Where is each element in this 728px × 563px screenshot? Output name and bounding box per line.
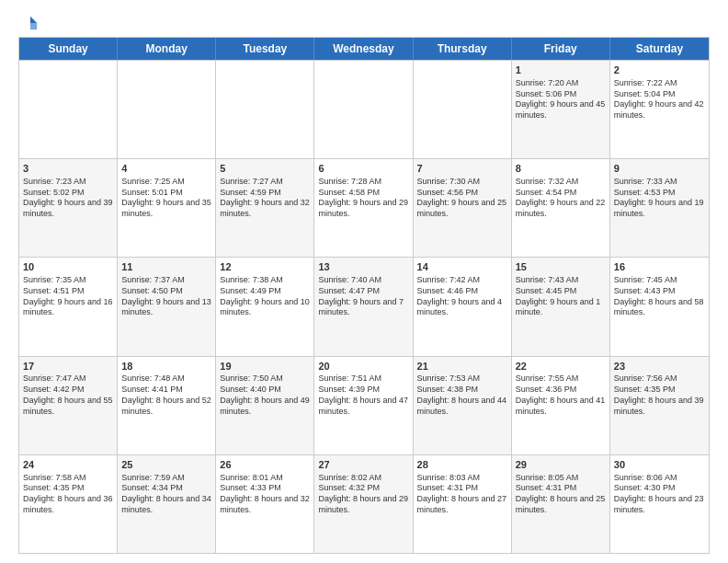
calendar-row: 24Sunrise: 7:58 AM Sunset: 4:35 PM Dayli…: [19, 454, 709, 553]
calendar-header-cell: Saturday: [610, 38, 709, 60]
cell-info: Sunrise: 7:30 AM Sunset: 4:56 PM Dayligh…: [417, 177, 507, 220]
day-number: 18: [121, 360, 211, 373]
calendar-cell: 3Sunrise: 7:23 AM Sunset: 5:02 PM Daylig…: [19, 159, 118, 257]
day-number: 26: [220, 458, 310, 472]
svg-marker-0: [30, 17, 37, 23]
page: SundayMondayTuesdayWednesdayThursdayFrid…: [0, 0, 728, 563]
calendar-cell: 16Sunrise: 7:45 AM Sunset: 4:43 PM Dayli…: [610, 258, 709, 355]
day-number: 11: [121, 260, 211, 274]
calendar-cell: 14Sunrise: 7:42 AM Sunset: 4:46 PM Dayli…: [414, 258, 512, 355]
calendar-cell: 13Sunrise: 7:40 AM Sunset: 4:47 PM Dayli…: [314, 258, 413, 355]
calendar-cell: 8Sunrise: 7:32 AM Sunset: 4:54 PM Daylig…: [512, 159, 610, 257]
calendar-cell: 23Sunrise: 7:56 AM Sunset: 4:35 PM Dayli…: [610, 357, 709, 454]
day-number: 6: [318, 162, 408, 176]
calendar-cell: 2Sunrise: 7:22 AM Sunset: 5:04 PM Daylig…: [610, 61, 709, 158]
calendar-cell: 11Sunrise: 7:37 AM Sunset: 4:50 PM Dayli…: [118, 258, 216, 355]
calendar-cell: 10Sunrise: 7:35 AM Sunset: 4:51 PM Dayli…: [19, 258, 118, 355]
cell-info: Sunrise: 7:59 AM Sunset: 4:34 PM Dayligh…: [121, 473, 211, 516]
day-number: 16: [614, 260, 705, 274]
cell-info: Sunrise: 7:51 AM Sunset: 4:39 PM Dayligh…: [318, 373, 408, 417]
calendar-cell: 15Sunrise: 7:43 AM Sunset: 4:45 PM Dayli…: [512, 258, 610, 355]
day-number: 17: [23, 360, 113, 373]
calendar-cell: 6Sunrise: 7:28 AM Sunset: 4:58 PM Daylig…: [314, 159, 413, 257]
cell-info: Sunrise: 7:25 AM Sunset: 5:01 PM Dayligh…: [121, 177, 211, 220]
calendar-body: 1Sunrise: 7:20 AM Sunset: 5:06 PM Daylig…: [19, 60, 709, 553]
day-number: 25: [121, 458, 211, 472]
cell-info: Sunrise: 7:53 AM Sunset: 4:38 PM Dayligh…: [417, 373, 507, 417]
day-number: 29: [516, 458, 606, 472]
cell-info: Sunrise: 7:55 AM Sunset: 4:36 PM Dayligh…: [516, 373, 606, 417]
calendar: SundayMondayTuesdayWednesdayThursdayFrid…: [18, 37, 710, 554]
calendar-cell: 25Sunrise: 7:59 AM Sunset: 4:34 PM Dayli…: [118, 455, 216, 553]
cell-info: Sunrise: 7:23 AM Sunset: 5:02 PM Dayligh…: [23, 177, 113, 220]
day-number: 21: [417, 360, 507, 373]
calendar-cell: 12Sunrise: 7:38 AM Sunset: 4:49 PM Dayli…: [216, 258, 314, 355]
calendar-header-cell: Thursday: [414, 38, 512, 60]
day-number: 30: [614, 458, 705, 472]
cell-info: Sunrise: 7:37 AM Sunset: 4:50 PM Dayligh…: [121, 275, 211, 318]
day-number: 5: [220, 162, 310, 176]
calendar-cell: 4Sunrise: 7:25 AM Sunset: 5:01 PM Daylig…: [118, 159, 216, 257]
cell-info: Sunrise: 7:38 AM Sunset: 4:49 PM Dayligh…: [220, 275, 310, 318]
calendar-cell: 18Sunrise: 7:48 AM Sunset: 4:41 PM Dayli…: [118, 357, 216, 454]
calendar-cell: 9Sunrise: 7:33 AM Sunset: 4:53 PM Daylig…: [610, 159, 709, 257]
day-number: 4: [121, 162, 211, 176]
calendar-cell: 24Sunrise: 7:58 AM Sunset: 4:35 PM Dayli…: [19, 455, 118, 553]
calendar-header: SundayMondayTuesdayWednesdayThursdayFrid…: [19, 38, 709, 60]
cell-info: Sunrise: 7:58 AM Sunset: 4:35 PM Dayligh…: [23, 473, 113, 516]
cell-info: Sunrise: 7:56 AM Sunset: 4:35 PM Dayligh…: [614, 373, 705, 417]
day-number: 2: [614, 63, 705, 77]
day-number: 10: [23, 260, 113, 274]
day-number: 7: [417, 162, 507, 176]
day-number: 15: [516, 260, 606, 274]
cell-info: Sunrise: 7:27 AM Sunset: 4:59 PM Dayligh…: [220, 177, 310, 220]
day-number: 28: [417, 458, 507, 472]
calendar-header-cell: Monday: [118, 38, 216, 60]
header: [18, 15, 710, 28]
day-number: 13: [318, 260, 408, 274]
calendar-cell: 28Sunrise: 8:03 AM Sunset: 4:31 PM Dayli…: [414, 455, 512, 553]
cell-info: Sunrise: 7:40 AM Sunset: 4:47 PM Dayligh…: [318, 275, 408, 318]
cell-info: Sunrise: 7:20 AM Sunset: 5:06 PM Dayligh…: [516, 78, 606, 121]
calendar-header-cell: Sunday: [19, 38, 118, 60]
cell-info: Sunrise: 7:28 AM Sunset: 4:58 PM Dayligh…: [318, 177, 408, 220]
day-number: 9: [614, 162, 705, 176]
cell-info: Sunrise: 7:33 AM Sunset: 4:53 PM Dayligh…: [614, 177, 705, 220]
day-number: 12: [220, 260, 310, 274]
calendar-header-cell: Friday: [512, 38, 610, 60]
day-number: 20: [318, 360, 408, 373]
day-number: 14: [417, 260, 507, 274]
cell-info: Sunrise: 7:48 AM Sunset: 4:41 PM Dayligh…: [121, 373, 211, 417]
cell-info: Sunrise: 7:47 AM Sunset: 4:42 PM Dayligh…: [23, 373, 113, 417]
calendar-cell: [19, 61, 118, 158]
day-number: 3: [23, 162, 113, 176]
svg-marker-1: [30, 23, 37, 29]
calendar-cell: 19Sunrise: 7:50 AM Sunset: 4:40 PM Dayli…: [216, 357, 314, 454]
cell-info: Sunrise: 8:02 AM Sunset: 4:32 PM Dayligh…: [318, 473, 408, 516]
calendar-row: 3Sunrise: 7:23 AM Sunset: 5:02 PM Daylig…: [19, 158, 709, 257]
calendar-cell: 27Sunrise: 8:02 AM Sunset: 4:32 PM Dayli…: [314, 455, 413, 553]
calendar-cell: 20Sunrise: 7:51 AM Sunset: 4:39 PM Dayli…: [314, 357, 413, 454]
logo-text: [18, 15, 40, 31]
calendar-cell: 1Sunrise: 7:20 AM Sunset: 5:06 PM Daylig…: [512, 61, 610, 158]
cell-info: Sunrise: 8:01 AM Sunset: 4:33 PM Dayligh…: [220, 473, 310, 516]
day-number: 23: [614, 360, 705, 373]
cell-info: Sunrise: 7:42 AM Sunset: 4:46 PM Dayligh…: [417, 275, 507, 318]
calendar-cell: 5Sunrise: 7:27 AM Sunset: 4:59 PM Daylig…: [216, 159, 314, 257]
day-number: 19: [220, 360, 310, 373]
calendar-header-cell: Wednesday: [314, 38, 413, 60]
day-number: 1: [516, 63, 606, 77]
calendar-cell: [118, 61, 216, 158]
day-number: 8: [516, 162, 606, 176]
cell-info: Sunrise: 7:32 AM Sunset: 4:54 PM Dayligh…: [516, 177, 606, 220]
cell-info: Sunrise: 8:06 AM Sunset: 4:30 PM Dayligh…: [614, 473, 705, 516]
cell-info: Sunrise: 7:35 AM Sunset: 4:51 PM Dayligh…: [23, 275, 113, 318]
cell-info: Sunrise: 7:45 AM Sunset: 4:43 PM Dayligh…: [614, 275, 705, 318]
calendar-cell: 30Sunrise: 8:06 AM Sunset: 4:30 PM Dayli…: [610, 455, 709, 553]
day-number: 27: [318, 458, 408, 472]
calendar-header-cell: Tuesday: [216, 38, 314, 60]
day-number: 24: [23, 458, 113, 472]
cell-info: Sunrise: 8:05 AM Sunset: 4:31 PM Dayligh…: [516, 473, 606, 516]
calendar-cell: 21Sunrise: 7:53 AM Sunset: 4:38 PM Dayli…: [414, 357, 512, 454]
logo: [18, 15, 40, 28]
